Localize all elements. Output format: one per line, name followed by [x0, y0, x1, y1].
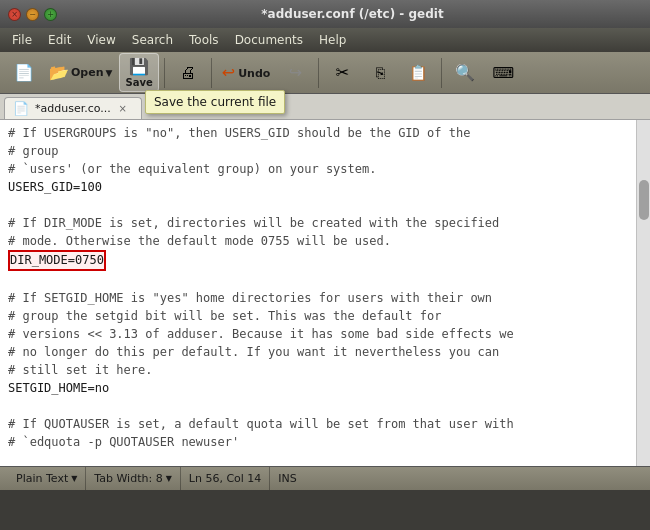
- print-button[interactable]: 🖨: [170, 60, 206, 85]
- tab-icon: 📄: [13, 101, 29, 116]
- menu-documents[interactable]: Documents: [227, 31, 311, 49]
- save-tooltip: Save the current file: [145, 90, 285, 114]
- editor-wrapper[interactable]: # If USERGROUPS is "no", then USERS_GID …: [0, 120, 636, 466]
- cut-button[interactable]: ✂: [324, 60, 360, 85]
- undo-button[interactable]: ↩ Undo: [217, 60, 276, 85]
- copy-icon: ⎘: [376, 64, 385, 82]
- paste-button[interactable]: 📋: [400, 61, 436, 85]
- editor-area: # If USERGROUPS is "no", then USERS_GID …: [0, 120, 650, 466]
- tab-bar: 📄 *adduser.co... ×: [0, 94, 650, 120]
- status-bar: Plain Text ▼ Tab Width: 8 ▼ Ln 56, Col 1…: [0, 466, 650, 490]
- new-button[interactable]: 📄: [6, 62, 42, 84]
- open-label: Open: [71, 66, 104, 79]
- insert-mode-section: INS: [270, 467, 304, 490]
- find-icon: 🔍: [455, 63, 475, 82]
- menu-edit[interactable]: Edit: [40, 31, 79, 49]
- toolbar-separator-3: [318, 58, 319, 88]
- menu-help[interactable]: Help: [311, 31, 354, 49]
- undo-label: Undo: [238, 67, 270, 80]
- menu-tools[interactable]: Tools: [181, 31, 227, 49]
- find-button[interactable]: 🔍: [447, 60, 483, 85]
- paste-icon: 📋: [409, 64, 428, 82]
- window-title: *adduser.conf (/etc) - gedit: [63, 7, 642, 21]
- toolbar-separator-1: [164, 58, 165, 88]
- file-type-label: Plain Text: [16, 472, 68, 485]
- minimize-button[interactable]: −: [26, 8, 39, 21]
- save-icon: 💾: [129, 57, 149, 76]
- save-button[interactable]: 💾 Save: [119, 53, 158, 92]
- cursor-position: Ln 56, Col 14: [189, 472, 262, 485]
- menu-view[interactable]: View: [79, 31, 123, 49]
- vertical-scrollbar[interactable]: [636, 120, 650, 466]
- title-bar: × − + *adduser.conf (/etc) - gedit: [0, 0, 650, 28]
- replace-icon: ⌨: [493, 64, 515, 82]
- insert-mode-label: INS: [278, 472, 296, 485]
- toolbar: 📄 📂 Open ▼ 💾 Save 🖨 ↩ Undo ↪ ✂ ⎘ 📋 🔍: [0, 52, 650, 94]
- tab-width-dropdown-arrow[interactable]: ▼: [166, 474, 172, 483]
- new-icon: 📄: [14, 65, 34, 81]
- replace-button[interactable]: ⌨: [485, 61, 521, 85]
- redo-icon: ↪: [289, 63, 302, 82]
- tab-width-label: Tab Width: 8: [94, 472, 162, 485]
- print-icon: 🖨: [180, 63, 196, 82]
- window-buttons: × − +: [8, 8, 57, 21]
- menu-file[interactable]: File: [4, 31, 40, 49]
- tab-label: *adduser.co...: [35, 102, 111, 115]
- tab-width-section[interactable]: Tab Width: 8 ▼: [86, 467, 180, 490]
- menu-bar: File Edit View Search Tools Documents He…: [0, 28, 650, 52]
- redo-button[interactable]: ↪: [277, 60, 313, 85]
- open-dropdown-arrow[interactable]: ▼: [106, 68, 113, 78]
- menu-search[interactable]: Search: [124, 31, 181, 49]
- position-section: Ln 56, Col 14: [181, 467, 271, 490]
- cut-icon: ✂: [336, 63, 349, 82]
- scrollbar-thumb[interactable]: [639, 180, 649, 220]
- file-type-dropdown-arrow[interactable]: ▼: [71, 474, 77, 483]
- toolbar-separator-2: [211, 58, 212, 88]
- editor-content[interactable]: # If USERGROUPS is "no", then USERS_GID …: [0, 120, 636, 466]
- save-label: Save: [125, 77, 152, 88]
- maximize-button[interactable]: +: [44, 8, 57, 21]
- open-icon: 📂: [49, 63, 69, 82]
- open-button[interactable]: 📂 Open ▼: [44, 59, 117, 86]
- copy-button[interactable]: ⎘: [362, 61, 398, 85]
- tab-close-button[interactable]: ×: [117, 103, 129, 115]
- close-button[interactable]: ×: [8, 8, 21, 21]
- undo-icon: ↩: [222, 63, 235, 82]
- toolbar-separator-4: [441, 58, 442, 88]
- tab-adduser-conf[interactable]: 📄 *adduser.co... ×: [4, 97, 142, 119]
- file-type-section[interactable]: Plain Text ▼: [8, 467, 86, 490]
